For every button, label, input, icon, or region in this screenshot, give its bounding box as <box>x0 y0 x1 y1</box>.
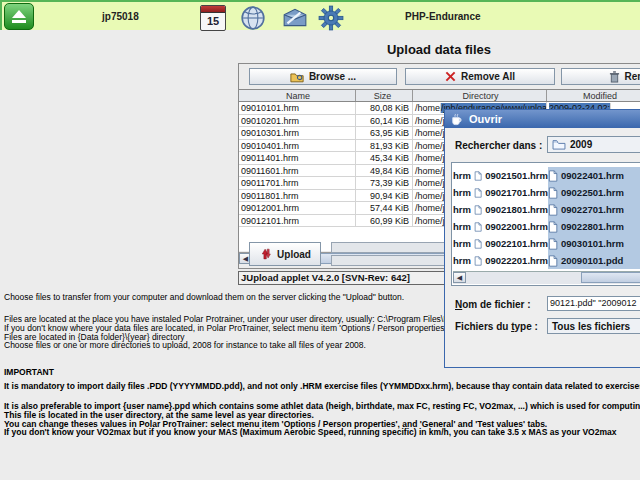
file-type-label: Fichiers du type : <box>455 321 538 332</box>
cell-size: 57,44 KiB <box>356 202 413 214</box>
browse-button[interactable]: Browse ... <box>249 68 397 85</box>
folder-icon <box>552 139 566 150</box>
dialog-title-bar[interactable]: Ouvrir <box>445 110 640 128</box>
remove-all-button[interactable]: Remove All <box>405 68 555 85</box>
file-item-selected[interactable]: 20090101.pdd <box>548 252 640 269</box>
open-file-dialog: Ouvrir Rechercher dans : 2009 hrm <box>444 109 640 368</box>
help-paragraph-2: Files are located at the place you have … <box>4 315 463 350</box>
document-icon <box>548 204 558 216</box>
file-item-fragment[interactable]: hrm <box>453 252 473 269</box>
look-in-row: Rechercher dans : 2009 <box>445 136 640 154</box>
upload-arrows-icon <box>259 247 272 261</box>
screen: jp75018 15 <box>0 0 640 480</box>
folder-search-icon <box>290 71 304 83</box>
cell-size: 73,39 KiB <box>356 177 413 189</box>
file-item[interactable]: 09022001.hrm <box>474 218 548 235</box>
document-icon <box>474 204 482 216</box>
cell-name: 09010401.hrm <box>239 140 356 152</box>
cell-size: 81,93 KiB <box>356 140 413 152</box>
cell-size: 45,34 KiB <box>356 152 413 164</box>
cell-name: 09011401.hrm <box>239 152 356 164</box>
help-paragraph-3: It is mandatory to import daily files .P… <box>4 382 640 391</box>
scroll-left-arrow-icon[interactable]: ◀ <box>453 272 466 283</box>
file-item-fragment[interactable]: hrm <box>453 235 473 252</box>
document-icon <box>474 187 482 199</box>
look-in-value: 2009 <box>570 139 592 150</box>
red-x-icon <box>445 71 456 82</box>
file-item[interactable]: 09021501.hrm <box>474 167 548 184</box>
file-item[interactable]: 09022201.hrm <box>474 252 548 269</box>
top-header-bar: jp75018 15 <box>0 0 640 30</box>
file-type-combobox[interactable]: Tous les fichiers <box>547 318 640 334</box>
cell-name: 09010301.hrm <box>239 127 356 139</box>
file-item[interactable]: 09021701.hrm <box>474 184 548 201</box>
cell-name: 09012101.hrm <box>239 215 356 227</box>
eject-icon <box>12 10 26 18</box>
toolbar: Browse ... Remove All Remove <box>239 68 640 86</box>
col-header-size[interactable]: Size <box>356 90 413 101</box>
cell-size: 90,94 KiB <box>356 190 413 202</box>
file-item-selected[interactable]: 09022501.hrm <box>548 184 640 201</box>
file-item[interactable]: 09021801.hrm <box>474 201 548 218</box>
scrollbar-thumb[interactable] <box>581 272 640 283</box>
file-name-input[interactable]: 90121.pdd" "2009012 <box>547 296 640 311</box>
document-icon <box>548 238 558 250</box>
file-item-selected[interactable]: 09022701.hrm <box>548 201 640 218</box>
file-item-fragment[interactable]: hrm <box>453 201 473 218</box>
file-item-selected[interactable]: 09030101.hrm <box>548 235 640 252</box>
file-list-horizontal-scrollbar[interactable]: ◀ <box>453 271 640 284</box>
look-in-label: Rechercher dans : <box>455 140 542 151</box>
calendar-day: 15 <box>201 13 225 29</box>
gear-icon[interactable] <box>318 5 344 31</box>
file-column-2-selected: 09022401.hrm 09022501.hrm <box>548 167 640 269</box>
upload-button[interactable]: Upload <box>249 242 321 266</box>
document-icon <box>474 255 482 267</box>
col-header-directory[interactable]: Directory <box>413 90 547 101</box>
document-icon <box>548 170 558 182</box>
table-header: Name Size Directory Modified <box>239 90 640 102</box>
help-important-heading: IMPORTANT <box>4 368 54 377</box>
briefcase-icon[interactable] <box>282 5 308 31</box>
cell-size: 49,84 KiB <box>356 165 413 177</box>
cell-size: 60,99 KiB <box>356 215 413 227</box>
cell-name: 09010201.hrm <box>239 115 356 127</box>
file-item[interactable]: 09022101.hrm <box>474 235 548 252</box>
file-name-label: Nom de fichier : <box>455 299 531 310</box>
document-icon <box>474 221 482 233</box>
document-icon <box>474 238 482 250</box>
document-icon <box>548 255 558 267</box>
trash-icon <box>609 71 620 83</box>
file-item-fragment[interactable]: hrm <box>453 184 473 201</box>
file-item-fragment[interactable]: hrm <box>453 218 473 235</box>
file-item-selected[interactable]: 09022401.hrm <box>548 167 640 184</box>
file-list[interactable]: hrm hrm hrm hrm hrm <box>451 162 640 286</box>
page-title: Upload data files <box>238 42 640 57</box>
cell-name: 09010101.hrm <box>239 102 356 114</box>
dialog-title: Ouvrir <box>469 113 502 125</box>
col-header-modified[interactable]: Modified <box>547 90 640 101</box>
file-item-fragment[interactable]: hrm <box>453 167 473 184</box>
app-title: PHP-Endurance <box>405 11 481 22</box>
cell-size: 63,95 KiB <box>356 127 413 139</box>
file-item-selected[interactable]: 09022801.hrm <box>548 218 640 235</box>
java-cup-icon <box>450 113 463 126</box>
col-header-name[interactable]: Name <box>239 90 356 101</box>
calendar-icon[interactable]: 15 <box>200 5 226 31</box>
look-in-combobox[interactable]: 2009 <box>547 136 640 153</box>
help-line: Choose files or one or more directories … <box>4 341 463 350</box>
globe-icon[interactable] <box>240 5 266 31</box>
cell-size: 60,14 KiB <box>356 115 413 127</box>
help-paragraph-4: It is also preferable to import {user na… <box>4 402 640 437</box>
cell-size: 80,08 KiB <box>356 102 413 114</box>
cell-name: 09012001.hrm <box>239 202 356 214</box>
file-column-1: 09021501.hrm 09021701.hrm <box>474 167 548 269</box>
help-paragraph-1: Choose files to transfer from your compu… <box>4 293 404 302</box>
document-icon <box>548 187 558 199</box>
file-type-value: Tous les fichiers <box>552 321 630 332</box>
cell-name: 09011801.hrm <box>239 190 356 202</box>
eject-button[interactable] <box>4 3 34 30</box>
file-column-clipped: hrm hrm hrm hrm hrm <box>453 167 473 269</box>
cell-name: 09011601.hrm <box>239 165 356 177</box>
help-line: If you don't know your VO2max but if you… <box>4 428 640 437</box>
remove-button[interactable]: Remove <box>561 68 640 85</box>
